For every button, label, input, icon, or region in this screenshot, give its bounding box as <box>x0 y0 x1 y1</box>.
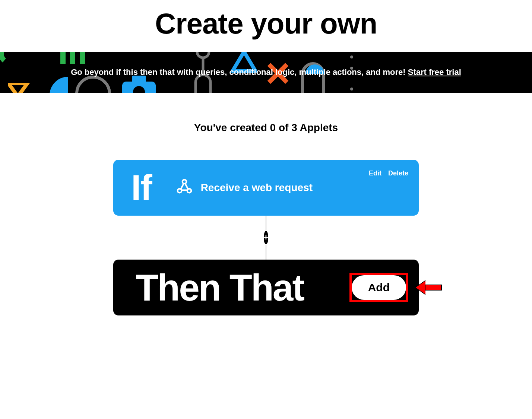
then-action-card[interactable]: Then That Add <box>113 260 419 315</box>
annotation-arrow-icon <box>416 281 442 294</box>
add-action-highlight: Add <box>349 273 408 302</box>
deco-blue-pie <box>48 75 89 93</box>
edit-trigger-link[interactable]: Edit <box>369 169 381 177</box>
svg-point-16 <box>350 88 353 91</box>
if-label: If <box>131 170 152 206</box>
svg-point-9 <box>197 52 209 58</box>
webhooks-icon <box>175 178 194 197</box>
deco-green-bars <box>60 52 90 68</box>
svg-point-20 <box>178 190 181 192</box>
svg-point-18 <box>183 181 186 183</box>
if-trigger-name: Receive a web request <box>201 182 313 194</box>
promo-text: Go beyond if this then that with queries… <box>0 67 532 77</box>
applet-flow: If Receive a web request Edit Delete <box>0 160 532 315</box>
promo-message: Go beyond if this then that with queries… <box>71 67 408 77</box>
svg-rect-3 <box>80 52 85 64</box>
applets-count-status: You've created 0 of 3 Applets <box>0 122 532 134</box>
svg-point-0 <box>0 52 23 66</box>
flow-connector: + <box>265 216 267 260</box>
svg-point-22 <box>188 190 190 192</box>
if-trigger-card[interactable]: If Receive a web request Edit Delete <box>113 160 419 216</box>
add-step-button[interactable]: + <box>264 231 269 244</box>
svg-point-14 <box>350 55 353 58</box>
start-free-trial-link[interactable]: Start free trial <box>408 67 461 77</box>
highlight-box-icon <box>349 273 408 302</box>
svg-marker-5 <box>8 83 28 93</box>
svg-rect-1 <box>60 52 66 64</box>
plus-icon: + <box>264 233 269 242</box>
deco-yellow-tri <box>8 83 31 93</box>
svg-rect-2 <box>70 52 75 64</box>
page-title: Create your own <box>0 0 532 52</box>
delete-trigger-link[interactable]: Delete <box>388 169 408 177</box>
deco-green-arc <box>0 52 23 67</box>
then-that-label: Then That <box>136 269 304 306</box>
promo-banner: Go beyond if this then that with queries… <box>0 52 532 93</box>
